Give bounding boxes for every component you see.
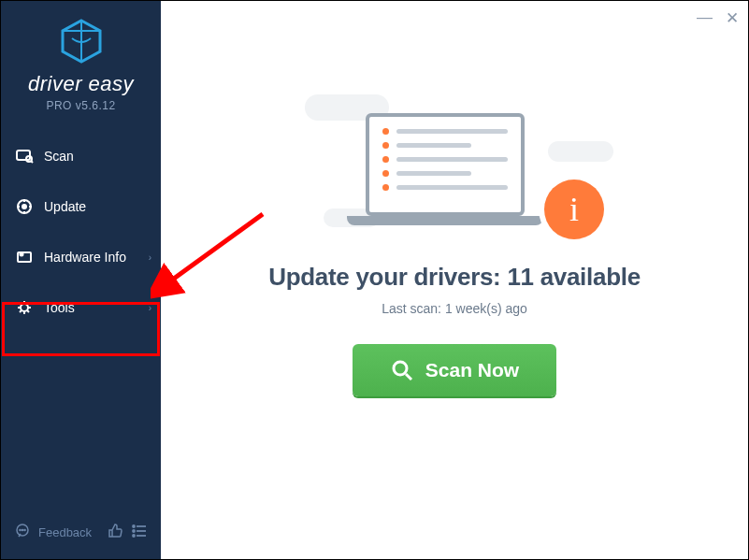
scan-now-button[interactable]: Scan Now <box>353 344 556 396</box>
magnify-icon <box>390 358 414 382</box>
update-icon <box>14 196 35 217</box>
sidebar-item-scan[interactable]: Scan <box>1 131 161 181</box>
svg-point-7 <box>21 253 23 256</box>
svg-point-12 <box>24 529 25 530</box>
last-scan-text: Last scan: 1 week(s) ago <box>382 301 527 316</box>
sidebar-item-label: Scan <box>44 149 74 164</box>
sidebar-item-label: Tools <box>44 300 75 315</box>
svg-line-3 <box>31 161 33 163</box>
scan-button-label: Scan Now <box>425 359 519 381</box>
svg-point-19 <box>394 362 407 375</box>
brand-name: driver easy <box>1 72 161 96</box>
svg-point-5 <box>22 205 26 208</box>
sidebar: driver easy PRO v5.6.12 Scan Update H <box>1 1 161 559</box>
hardware-icon <box>14 247 35 267</box>
list-icon[interactable] <box>131 523 148 542</box>
chevron-right-icon: › <box>149 303 151 313</box>
svg-rect-1 <box>17 151 30 160</box>
svg-point-11 <box>22 529 22 530</box>
logo-icon <box>58 18 105 65</box>
close-button[interactable]: ✕ <box>726 8 739 28</box>
sidebar-footer: Feedback <box>1 513 161 559</box>
tools-icon <box>14 297 35 318</box>
scan-icon <box>14 146 35 166</box>
nav: Scan Update Hardware Info › Tools <box>1 131 161 333</box>
svg-point-17 <box>133 535 135 537</box>
svg-point-10 <box>20 529 21 530</box>
feedback-icon[interactable] <box>14 523 31 542</box>
main-panel: — ✕ i Update your drivers: 11 available … <box>161 1 748 559</box>
thumbs-up-icon[interactable] <box>107 523 123 542</box>
logo-area: driver easy PRO v5.6.12 <box>1 1 161 123</box>
info-badge-icon: i <box>544 179 604 239</box>
sidebar-item-tools[interactable]: Tools › <box>1 282 161 333</box>
headline: Update your drivers: 11 available <box>268 263 641 292</box>
svg-point-13 <box>133 525 135 527</box>
feedback-label[interactable]: Feedback <box>38 525 92 539</box>
svg-point-8 <box>21 304 28 311</box>
sidebar-item-hardware[interactable]: Hardware Info › <box>1 232 161 282</box>
illustration: i <box>314 76 595 244</box>
sidebar-item-label: Update <box>44 199 86 214</box>
brand-version: PRO v5.6.12 <box>1 99 161 112</box>
chevron-right-icon: › <box>149 252 151 263</box>
svg-point-15 <box>133 530 135 532</box>
minimize-button[interactable]: — <box>697 8 713 28</box>
window-controls: — ✕ <box>697 8 739 28</box>
sidebar-item-update[interactable]: Update <box>1 181 161 232</box>
sidebar-item-label: Hardware Info <box>44 250 126 265</box>
svg-line-20 <box>406 374 411 380</box>
